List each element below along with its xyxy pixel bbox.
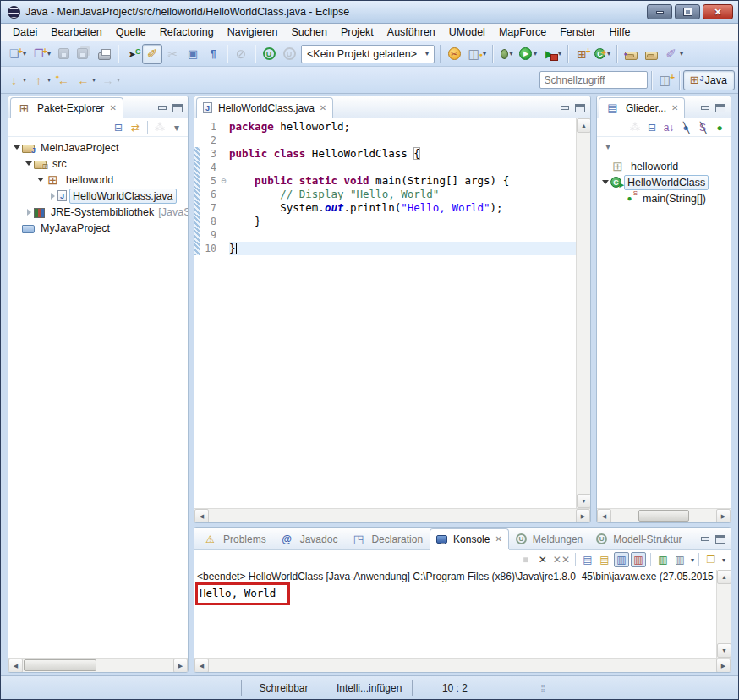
- minimize-view-icon[interactable]: [157, 104, 167, 112]
- scrollbar-track[interactable]: [209, 509, 576, 522]
- cut-button[interactable]: [162, 44, 183, 64]
- fold-marker-icon[interactable]: ⊖: [218, 174, 229, 188]
- menu-datei[interactable]: Datei: [6, 25, 44, 40]
- debug-button[interactable]: ▾: [496, 44, 517, 64]
- title-bar[interactable]: Java - MeinJavaProject/src/helloworld/He…: [1, 1, 738, 24]
- sort-button[interactable]: a↓: [661, 120, 676, 135]
- tab-helloworldclass-java[interactable]: HelloWorldClass.java ✕: [196, 97, 333, 118]
- menu-ausführen[interactable]: Ausführen: [380, 25, 442, 40]
- view-menu-button[interactable]: ▾: [169, 120, 184, 135]
- open-console-button[interactable]: ❒: [703, 552, 719, 567]
- menu-refactoring[interactable]: Refactoring: [153, 25, 221, 40]
- menu-projekt[interactable]: Projekt: [334, 25, 380, 40]
- scrollbar-track[interactable]: [23, 659, 173, 672]
- pin-console-button[interactable]: ▥: [655, 552, 671, 567]
- close-icon[interactable]: ✕: [495, 534, 501, 544]
- tree-item-helloworldclass-java[interactable]: HelloWorldClass.java: [8, 188, 188, 204]
- search-button[interactable]: [231, 44, 251, 64]
- remove-launch-button[interactable]: ✕: [535, 552, 550, 567]
- close-button[interactable]: ✕: [703, 4, 733, 19]
- mapforce-tool-button[interactable]: [444, 44, 464, 64]
- scrollbar-thumb[interactable]: [24, 659, 96, 671]
- scroll-right-icon[interactable]: ▶: [716, 509, 731, 523]
- link-with-editor-button[interactable]: ⇄: [128, 120, 143, 135]
- menu-fenster[interactable]: Fenster: [553, 25, 602, 40]
- menu-navigieren[interactable]: Navigieren: [221, 25, 285, 40]
- collapse-icon[interactable]: [36, 178, 46, 182]
- umodel-run-button[interactable]: [259, 44, 279, 64]
- new-wizard-button[interactable]: ▾: [4, 44, 29, 64]
- tab-konsole[interactable]: Konsole✕: [430, 528, 509, 549]
- menu-quelle[interactable]: Quelle: [109, 25, 153, 40]
- view-menu-button[interactable]: ▾: [600, 139, 616, 154]
- new-java-class-button[interactable]: ▾: [592, 44, 613, 64]
- new-java-package-button[interactable]: [572, 44, 592, 64]
- collapse-all-button[interactable]: ⊟: [644, 120, 660, 135]
- tab-meldungen[interactable]: Meldungen: [509, 528, 589, 549]
- scroll-down-icon[interactable]: ▼: [577, 494, 591, 508]
- scroll-left-icon[interactable]: ◀: [194, 659, 209, 673]
- show-stderr-button[interactable]: ▥: [631, 552, 646, 567]
- tree-item-jre-systembibliothek[interactable]: JRE-Systembibliothek[JavaS: [8, 204, 188, 220]
- generate-code-button[interactable]: [122, 44, 142, 64]
- save-button[interactable]: [53, 44, 74, 64]
- scroll-left-icon[interactable]: ◀: [597, 509, 611, 523]
- maximize-view-icon[interactable]: [575, 104, 585, 112]
- forward-button[interactable]: ▾: [98, 70, 123, 90]
- terminate-button[interactable]: ■: [518, 552, 534, 567]
- tab-declaration[interactable]: Declaration: [344, 528, 430, 549]
- tree-item-meinjavaproject[interactable]: MeinJavaProject: [8, 139, 188, 156]
- open-umodel-file-button[interactable]: [621, 44, 641, 64]
- scrollbar-track[interactable]: [611, 509, 716, 522]
- hide-fields-button[interactable]: ●: [678, 120, 693, 135]
- code-editor[interactable]: 1package helloworld;23public class Hello…: [194, 118, 576, 508]
- menu-hilfe[interactable]: Hilfe: [603, 25, 638, 40]
- scroll-down-icon[interactable]: ▼: [717, 643, 731, 658]
- tab-javadoc[interactable]: Javadoc: [273, 528, 345, 549]
- tree-item-helloworldclass[interactable]: HelloWorldClass: [597, 174, 731, 190]
- schedule-window-button[interactable]: ▾: [464, 44, 489, 64]
- editor-hscrollbar[interactable]: ◀ ▶: [194, 508, 590, 522]
- collapse-all-button[interactable]: ⊟: [111, 120, 126, 135]
- minimize-button[interactable]: [647, 4, 672, 19]
- scrollbar-track[interactable]: [717, 584, 731, 643]
- prev-annotation-button[interactable]: ▾: [29, 70, 53, 90]
- print-button[interactable]: [94, 44, 114, 64]
- open-perspective-button[interactable]: [655, 70, 676, 90]
- run-button[interactable]: ▾: [517, 44, 539, 64]
- java-perspective-button[interactable]: Java: [683, 70, 735, 90]
- close-icon[interactable]: ✕: [671, 103, 678, 112]
- scrollbar-track[interactable]: [209, 659, 716, 672]
- focus-view-button[interactable]: ⁂: [627, 120, 643, 135]
- tree-item-helloworld[interactable]: helloworld: [8, 172, 188, 188]
- project-combo[interactable]: <Kein Projekt geladen>▾: [301, 45, 435, 63]
- open-file-button[interactable]: [641, 44, 661, 64]
- hide-non-public-button[interactable]: ●: [712, 120, 727, 135]
- umodel-sync-button[interactable]: [279, 44, 299, 64]
- hide-static-button[interactable]: S: [695, 120, 710, 135]
- show-selected-element-button[interactable]: [183, 44, 203, 64]
- tab-problems[interactable]: Problems: [196, 528, 273, 549]
- collapse-icon[interactable]: [600, 180, 610, 184]
- back-button[interactable]: ▾: [74, 70, 98, 90]
- customize-view-button[interactable]: ⁂: [152, 120, 167, 135]
- menu-suchen[interactable]: Suchen: [285, 25, 334, 40]
- clear-console-button[interactable]: ▤: [580, 552, 595, 567]
- expand-icon[interactable]: [47, 193, 57, 200]
- tree-item-helloworld[interactable]: helloworld: [597, 158, 731, 174]
- scroll-right-icon[interactable]: ▶: [576, 509, 590, 523]
- minimize-view-icon[interactable]: [700, 104, 710, 112]
- scroll-left-icon[interactable]: ◀: [8, 659, 23, 673]
- maximize-view-icon[interactable]: [715, 104, 725, 112]
- restore-button[interactable]: [675, 4, 700, 19]
- save-all-button[interactable]: [74, 44, 94, 64]
- tree-item-src[interactable]: src: [8, 156, 188, 172]
- show-stdout-button[interactable]: ▥: [614, 552, 629, 567]
- display-selected-console-button[interactable]: ▥: [672, 552, 687, 567]
- scroll-up-icon[interactable]: ▲: [717, 570, 731, 584]
- tree-item-myjavaproject[interactable]: MyJavaProject: [8, 220, 188, 236]
- menu-mapforce[interactable]: MapForce: [492, 25, 553, 40]
- scroll-up-icon[interactable]: ▲: [577, 118, 591, 133]
- menu-bearbeiten[interactable]: Bearbeiten: [44, 25, 108, 40]
- console-hscrollbar[interactable]: ◀ ▶: [194, 658, 731, 672]
